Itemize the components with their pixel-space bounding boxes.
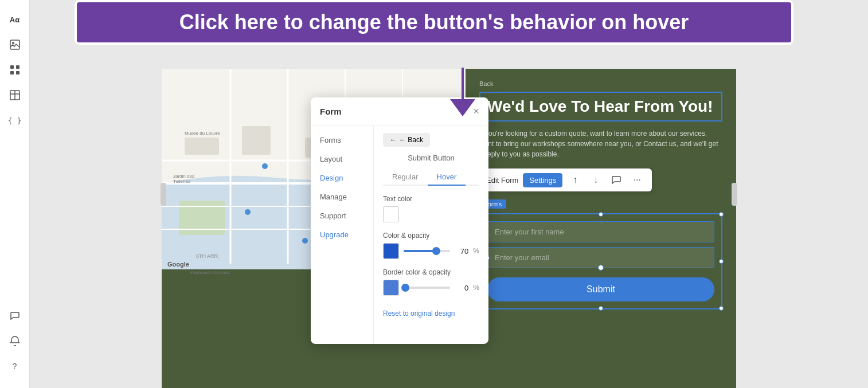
svg-point-1	[12, 42, 14, 44]
color-slider-track[interactable]	[404, 250, 450, 252]
color-slider-fill	[404, 250, 436, 252]
move-up-button[interactable]: ↑	[567, 172, 583, 188]
submit-button-section-label: Submit Button	[383, 154, 479, 162]
tab-switcher: Regular Hover	[383, 169, 479, 186]
main-content: Map Satellite	[30, 0, 868, 388]
color-opacity-field: Color & opacity 70 %	[383, 232, 479, 259]
text-color-label: Text color	[383, 195, 479, 203]
panel-header: Form ×	[311, 97, 488, 126]
left-sidebar: Aα { }	[0, 0, 30, 388]
back-arrow-icon: ←	[390, 136, 397, 144]
svg-text:Keyboard shortcuts: Keyboard shortcuts	[190, 270, 230, 275]
table-icon[interactable]	[5, 85, 25, 105]
panel-nav: Forms Layout Design Manage Support Upgra…	[311, 126, 374, 344]
border-opacity-value: 0	[455, 284, 468, 292]
border-color-label: Border color & opacity	[383, 268, 479, 276]
svg-rect-27	[185, 138, 219, 155]
svg-rect-4	[10, 71, 14, 75]
back-button-label: ← Back	[399, 136, 423, 144]
border-slider-thumb[interactable]	[401, 284, 409, 292]
border-color-field: Border color & opacity 0 %	[383, 268, 479, 296]
comment-button[interactable]	[608, 172, 624, 188]
code-icon[interactable]: { }	[5, 110, 25, 131]
form-panel: Form × Forms Layout Design Manage Suppor…	[311, 97, 488, 344]
svg-text:Tuileries: Tuileries	[173, 179, 190, 184]
nav-item-manage[interactable]: Manage	[311, 187, 373, 206]
first-name-input-wrapper	[487, 221, 714, 242]
panel-content: ← ← Back Submit Button Regular Hover Tex…	[374, 126, 488, 344]
color-opacity-value: 70	[455, 247, 468, 256]
svg-point-21	[262, 163, 268, 169]
color-opacity-unit: %	[473, 247, 479, 255]
site-description: If you're looking for a custom quote, wa…	[479, 128, 722, 159]
nav-item-upgrade[interactable]: Upgrade	[311, 225, 373, 244]
svg-rect-0	[10, 40, 19, 49]
svg-point-23	[245, 209, 251, 215]
bell-icon[interactable]	[5, 331, 25, 351]
settings-button[interactable]: Settings	[523, 173, 562, 187]
text-color-row	[383, 206, 479, 222]
resize-handle[interactable]	[598, 265, 604, 271]
question-icon[interactable]: ?	[5, 356, 25, 377]
left-resize-handle[interactable]	[161, 183, 166, 206]
color-opacity-row: 70 %	[383, 243, 479, 259]
panel-body: Forms Layout Design Manage Support Upgra…	[311, 126, 488, 344]
svg-text:Jardin des: Jardin des	[173, 174, 194, 179]
svg-rect-3	[16, 65, 19, 69]
nav-item-support[interactable]: Support	[311, 206, 373, 225]
first-name-input[interactable]	[488, 222, 714, 242]
color-opacity-label: Color & opacity	[383, 232, 479, 240]
color-slider-thumb[interactable]	[432, 247, 440, 255]
text-color-field: Text color	[383, 195, 479, 222]
svg-point-25	[302, 238, 308, 244]
text-color-swatch[interactable]	[383, 206, 399, 222]
selection-handle-br[interactable]	[719, 306, 724, 311]
border-opacity-unit: %	[473, 284, 479, 292]
logo-icon[interactable]: Aα	[5, 9, 25, 30]
svg-rect-28	[242, 126, 271, 155]
reset-link[interactable]: Reset to original design	[383, 309, 455, 318]
panel-close-button[interactable]: ×	[473, 105, 479, 117]
svg-rect-5	[16, 71, 19, 75]
form-section: Back We'd Love To Hear From You! If you'…	[466, 69, 736, 388]
selection-handle-tr[interactable]	[719, 212, 724, 217]
svg-rect-2	[10, 65, 14, 69]
site-headline: We'd Love To Hear From You!	[479, 92, 722, 122]
nav-item-layout[interactable]: Layout	[311, 150, 373, 168]
color-slider	[404, 250, 450, 252]
right-resize-handle[interactable]	[732, 183, 737, 206]
svg-text:Musée du Louvre: Musée du Louvre	[185, 131, 220, 136]
annotation-text: Click here to change the button's behavi…	[179, 10, 689, 34]
border-color-swatch[interactable]	[383, 280, 399, 296]
forms-badge: Forms	[479, 198, 722, 213]
border-slider	[404, 287, 450, 289]
more-options-button[interactable]: ···	[629, 172, 645, 188]
form-selection: Submit	[479, 213, 722, 309]
apps-icon[interactable]	[5, 60, 25, 80]
annotation-banner: Click here to change the button's behavi…	[75, 0, 793, 45]
selection-handle-tc[interactable]	[599, 212, 603, 217]
edit-form-label: Edit Form	[486, 176, 518, 185]
move-down-button[interactable]: ↓	[588, 172, 604, 188]
email-input-wrapper	[487, 247, 714, 268]
border-slider-track[interactable]	[404, 287, 450, 289]
back-button[interactable]: ← ← Back	[383, 133, 430, 147]
nav-item-design[interactable]: Design	[311, 168, 373, 187]
chat-icon[interactable]	[5, 305, 25, 326]
submit-button[interactable]: Submit	[487, 277, 714, 301]
svg-text:Google: Google	[167, 261, 189, 268]
selection-handle-bc[interactable]	[599, 306, 603, 311]
sidebar-bottom: ?	[0, 305, 29, 377]
svg-text:6TH ARR.: 6TH ARR.	[196, 253, 220, 259]
edit-toolbar: Edit Form Settings ↑ ↓ ···	[479, 168, 652, 191]
back-label: Back	[479, 80, 722, 87]
image-icon[interactable]	[5, 34, 25, 55]
border-color-row: 0 %	[383, 280, 479, 296]
nav-item-forms[interactable]: Forms	[311, 131, 373, 150]
selection-handle-mr[interactable]	[719, 259, 724, 264]
color-swatch[interactable]	[383, 243, 399, 259]
tab-regular[interactable]: Regular	[383, 169, 428, 186]
panel-title: Form	[320, 107, 342, 116]
tab-hover[interactable]: Hover	[428, 169, 466, 186]
